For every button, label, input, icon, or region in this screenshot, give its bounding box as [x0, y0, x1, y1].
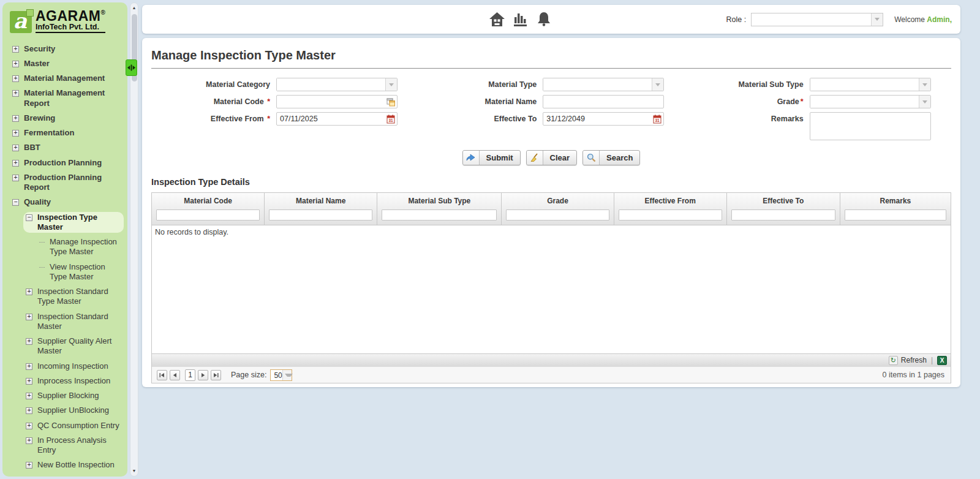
expand-plus-icon[interactable]: +: [12, 46, 19, 53]
sidebar-item-supplier-blocking[interactable]: +Supplier Blocking: [2, 388, 125, 403]
expand-plus-icon[interactable]: +: [12, 75, 19, 82]
expand-plus-icon[interactable]: +: [12, 130, 19, 137]
scroll-down-icon[interactable]: ▼: [131, 467, 137, 475]
notifications-bell-icon[interactable]: [537, 12, 551, 29]
material-type-select[interactable]: [543, 78, 664, 91]
refresh-icon[interactable]: ↻: [889, 356, 898, 365]
sidebar-item-incoming-inspection[interactable]: +Incoming Inspection: [2, 359, 125, 374]
sidebar-item-bbt[interactable]: +BBT: [2, 140, 125, 155]
sidebar-item-master[interactable]: +Master: [2, 56, 125, 71]
sidebar-item-fermentation[interactable]: +Fermentation: [2, 126, 125, 140]
page-size-select[interactable]: 50: [270, 369, 292, 381]
refresh-label[interactable]: Refresh: [901, 356, 927, 364]
column-header-label[interactable]: Effective From: [619, 197, 722, 205]
column-filter-input[interactable]: [269, 209, 372, 221]
pager-last-button[interactable]: [211, 370, 221, 380]
export-excel-icon[interactable]: X: [937, 356, 947, 365]
dropdown-button[interactable]: [385, 78, 397, 91]
effective-from-calendar-icon[interactable]: 31: [386, 114, 396, 124]
effective-to-calendar-icon[interactable]: 31: [652, 114, 662, 124]
pager-first-button[interactable]: [157, 370, 167, 380]
pager-current-page[interactable]: 1: [185, 369, 195, 381]
role-select[interactable]: [751, 13, 883, 26]
sidebar-item-in-process-analysis-entry[interactable]: +In Process Analysis Entry: [2, 433, 125, 458]
expand-plus-icon[interactable]: +: [26, 437, 32, 444]
dropdown-button[interactable]: [919, 78, 930, 91]
sidebar-item-material-management[interactable]: +Material Management: [2, 71, 125, 86]
reports-chart-icon[interactable]: [513, 12, 529, 29]
material-code-lookup-icon[interactable]: [386, 97, 396, 107]
material-code-field[interactable]: [276, 95, 398, 108]
role-select-input[interactable]: [752, 13, 871, 26]
sidebar-item-manage-inspection-type-master[interactable]: Manage Inspection Type Master: [2, 235, 125, 260]
page-size-dropdown-button[interactable]: [282, 370, 292, 380]
column-header-label[interactable]: Material Code: [156, 197, 260, 205]
effective-to-field[interactable]: [543, 112, 664, 126]
column-filter-input[interactable]: [619, 209, 722, 221]
expand-plus-icon[interactable]: +: [26, 289, 32, 295]
search-button[interactable]: Search: [582, 150, 640, 165]
collapse-minus-icon[interactable]: −: [26, 214, 32, 221]
material-sub-type-select[interactable]: [810, 78, 931, 91]
material-category-select[interactable]: [276, 78, 398, 91]
column-filter-input[interactable]: [382, 209, 497, 221]
home-icon[interactable]: [489, 12, 505, 29]
expand-plus-icon[interactable]: +: [12, 175, 19, 181]
column-header-label[interactable]: Material Name: [269, 197, 372, 205]
expand-plus-icon[interactable]: +: [26, 338, 32, 345]
dropdown-button[interactable]: [919, 96, 930, 108]
sidebar-item-inprocess-inspection[interactable]: +Inprocess Inspection: [2, 374, 125, 388]
grade-input[interactable]: [810, 96, 919, 108]
column-header-label[interactable]: Grade: [506, 197, 609, 205]
column-filter-input[interactable]: [845, 209, 946, 221]
sidebar-item-inspection-type-master[interactable]: −Inspection Type Master: [2, 210, 125, 235]
sidebar-item-supplier-quality-alert-master[interactable]: +Supplier Quality Alert Master: [2, 334, 125, 359]
sidebar-item-new-bottle-inspection[interactable]: +New Bottle Inspection: [2, 458, 125, 472]
expand-plus-icon[interactable]: +: [26, 462, 32, 469]
pager-prev-button[interactable]: [170, 370, 180, 380]
sidebar-item-quality[interactable]: −Quality: [2, 195, 125, 209]
expand-plus-icon[interactable]: +: [26, 363, 32, 370]
expand-plus-icon[interactable]: +: [12, 61, 19, 67]
role-dropdown-button[interactable]: [871, 13, 883, 26]
expand-plus-icon[interactable]: +: [26, 393, 32, 399]
column-header-label[interactable]: Remarks: [845, 197, 946, 205]
sidebar-item-supplier-unblocking[interactable]: +Supplier UnBlocking: [2, 403, 125, 418]
sidebar-item-inspection-standard-type-master[interactable]: +Inspection Standard Type Master: [2, 284, 125, 309]
column-filter-input[interactable]: [506, 209, 609, 221]
column-filter-input[interactable]: [156, 209, 260, 221]
grade-select[interactable]: [810, 95, 931, 108]
material-type-input[interactable]: [543, 78, 652, 91]
column-header-label[interactable]: Material Sub Type: [382, 197, 497, 205]
expand-plus-icon[interactable]: +: [26, 423, 32, 429]
sidebar-item-production-planning[interactable]: +Production Planning: [2, 156, 125, 170]
material-name-field[interactable]: [543, 95, 664, 108]
sidebar-item-material-management-report[interactable]: +Material Management Report: [2, 86, 125, 111]
effective-from-field[interactable]: [276, 112, 398, 126]
sidebar-item-security[interactable]: +Security: [2, 42, 125, 56]
expand-plus-icon[interactable]: +: [26, 378, 32, 385]
material-sub-type-input[interactable]: [810, 78, 919, 91]
column-filter-input[interactable]: [731, 209, 835, 221]
expand-plus-icon[interactable]: +: [12, 90, 19, 97]
expand-plus-icon[interactable]: +: [26, 314, 32, 320]
pager-next-button[interactable]: [198, 370, 208, 380]
clear-button[interactable]: Clear: [526, 150, 578, 165]
sidebar-item-inspection-standard-master[interactable]: +Inspection Standard Master: [2, 309, 125, 334]
remarks-field[interactable]: [810, 112, 931, 140]
sidebar-item-qc-consumption-entry[interactable]: +QC Consumption Entry: [2, 418, 125, 433]
collapse-minus-icon[interactable]: −: [12, 199, 19, 206]
sidebar-item-view-inspection-type-master[interactable]: View Inspection Type Master: [2, 260, 125, 285]
sidebar-collapse-handle[interactable]: [126, 59, 137, 76]
sidebar-item-pack-hall-bottle-line-audit-entry[interactable]: +Pack Hall Bottle Line Audit Entry: [2, 473, 125, 477]
column-header-label[interactable]: Effective To: [731, 197, 835, 205]
sidebar-item-production-planning-report[interactable]: +Production Planning Report: [2, 170, 125, 195]
expand-plus-icon[interactable]: +: [26, 407, 32, 414]
scroll-up-icon[interactable]: ▲: [131, 4, 137, 12]
expand-plus-icon[interactable]: +: [12, 115, 19, 122]
expand-plus-icon[interactable]: +: [12, 160, 19, 167]
expand-plus-icon[interactable]: +: [12, 145, 19, 151]
sidebar-item-brewing[interactable]: +Brewing: [2, 111, 125, 126]
submit-button[interactable]: Submit: [462, 150, 521, 165]
dropdown-button[interactable]: [652, 78, 663, 91]
